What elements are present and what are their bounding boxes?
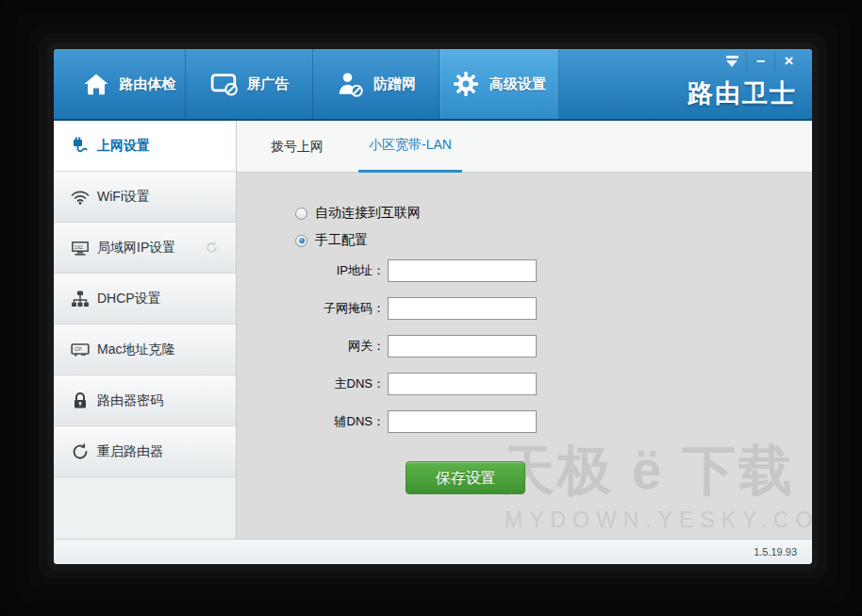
- sidebar-item-internet-settings[interactable]: 上网设置: [54, 121, 236, 172]
- form-row: IP地址：: [237, 259, 537, 282]
- form-row: 子网掩码：: [237, 297, 537, 320]
- home-icon: [82, 70, 110, 98]
- sidebar-item-label: 局域网IP设置: [97, 240, 175, 257]
- connection-mode-radios: 自动连接到互联网 手工配置: [295, 204, 421, 258]
- secondary-dns-input[interactable]: [388, 410, 537, 433]
- radio-label: 自动连接到互联网: [315, 205, 421, 222]
- lock-icon: [69, 391, 91, 411]
- refresh-icon: [205, 241, 219, 255]
- sidebar-item-label: 重启路由器: [97, 443, 163, 460]
- sidebar-item-restart-router[interactable]: 重启路由器: [54, 426, 236, 477]
- screen-block-icon: [209, 70, 238, 98]
- form-row: 主DNS：: [237, 373, 537, 395]
- radio-icon: [295, 208, 307, 220]
- primary-dns-input[interactable]: [388, 373, 537, 395]
- sidebar-item-dhcp-settings[interactable]: DHCP设置: [54, 274, 236, 325]
- minimize-button[interactable]: −: [746, 51, 774, 72]
- nav-tab-anti-leech[interactable]: 防蹭网: [313, 49, 439, 119]
- radio-label: 手工配置: [315, 232, 368, 249]
- usb-plug-icon: [69, 136, 91, 157]
- radio-icon-checked: [295, 235, 307, 247]
- sidebar-item-mac-clone[interactable]: CP. Mac地址克隆: [54, 325, 236, 375]
- radio-manual-config[interactable]: 手工配置: [295, 231, 421, 250]
- ip-address-input[interactable]: [388, 259, 537, 282]
- field-label: 子网掩码：: [237, 300, 385, 317]
- form-row: 网关：: [237, 335, 537, 358]
- main-nav: 路由体检 屏广告 防蹭网: [73, 49, 559, 119]
- network-tree-icon: [69, 289, 91, 309]
- gateway-input[interactable]: [388, 335, 537, 358]
- tab-dialup[interactable]: 拨号上网: [250, 121, 344, 173]
- form-row: 辅DNS：: [237, 410, 537, 433]
- field-label: 网关：: [237, 338, 385, 355]
- nav-tab-block-ads[interactable]: 屏广告: [186, 49, 313, 119]
- sidebar-item-label: DHCP设置: [97, 291, 161, 308]
- svg-text:CP.: CP.: [75, 346, 83, 352]
- content-tabs: 拨号上网 小区宽带-LAN: [237, 121, 812, 173]
- watermark-subtitle: MYDOWN.YESKY.COM: [505, 508, 812, 533]
- nav-tab-advanced-settings[interactable]: 高级设置: [439, 49, 559, 119]
- app-logo: 路由卫士: [688, 76, 797, 110]
- sidebar: 上网设置 WiFi设置 192. 局域网IP设置: [54, 121, 237, 539]
- nav-tab-label: 防蹭网: [373, 75, 416, 93]
- field-label: IP地址：: [237, 262, 385, 279]
- manual-config-form: IP地址： 子网掩码： 网关： 主DNS： 辅DNS：: [237, 259, 537, 448]
- svg-text:192.: 192.: [75, 243, 85, 249]
- restart-icon: [69, 441, 91, 462]
- subnet-mask-input[interactable]: [388, 297, 537, 320]
- nav-tab-router-check[interactable]: 路由体检: [73, 49, 186, 119]
- nav-tab-label: 高级设置: [489, 75, 546, 93]
- save-settings-button[interactable]: 保存设置: [406, 461, 525, 494]
- title-bar: 路由体检 屏广告 防蹭网: [54, 49, 812, 121]
- nav-tab-label: 路由体检: [120, 75, 176, 93]
- main-area: 上网设置 WiFi设置 192. 局域网IP设置: [54, 121, 812, 539]
- sidebar-item-label: 路由器密码: [97, 392, 163, 409]
- radio-auto-connect[interactable]: 自动连接到互联网: [295, 204, 421, 223]
- content-panel: 拨号上网 小区宽带-LAN 自动连接到互联网 手工配置 IP地址：: [237, 121, 812, 539]
- sidebar-item-label: Mac地址克隆: [97, 341, 174, 358]
- app-window: 路由体检 屏广告 防蹭网: [54, 49, 812, 564]
- close-icon: ×: [785, 52, 794, 71]
- network-card-icon: CP.: [69, 340, 91, 360]
- sidebar-item-wifi-settings[interactable]: WiFi设置: [54, 172, 236, 223]
- field-label: 辅DNS：: [237, 413, 385, 430]
- window-controls: − ×: [718, 51, 803, 74]
- user-block-icon: [336, 70, 364, 98]
- sidebar-item-label: WiFi设置: [97, 189, 150, 206]
- sidebar-item-lan-ip-settings[interactable]: 192. 局域网IP设置: [54, 223, 236, 274]
- close-button[interactable]: ×: [774, 51, 803, 72]
- gear-icon: [452, 70, 480, 98]
- sidebar-item-router-password[interactable]: 路由器密码: [54, 375, 236, 426]
- status-bar: 1.5.19.93: [54, 539, 812, 564]
- tab-lan-broadband[interactable]: 小区宽带-LAN: [358, 121, 462, 173]
- lan-monitor-icon: 192.: [69, 238, 91, 258]
- skin-icon: [726, 56, 738, 67]
- version-label: 1.5.19.93: [754, 540, 797, 564]
- skin-button[interactable]: [718, 51, 746, 72]
- field-label: 主DNS：: [237, 375, 385, 392]
- nav-tab-label: 屏广告: [247, 75, 290, 93]
- watermark-title: 天极 ë 下载: [501, 435, 795, 508]
- sidebar-item-label: 上网设置: [97, 138, 150, 155]
- minimize-icon: −: [756, 57, 765, 66]
- wifi-icon: [69, 187, 91, 208]
